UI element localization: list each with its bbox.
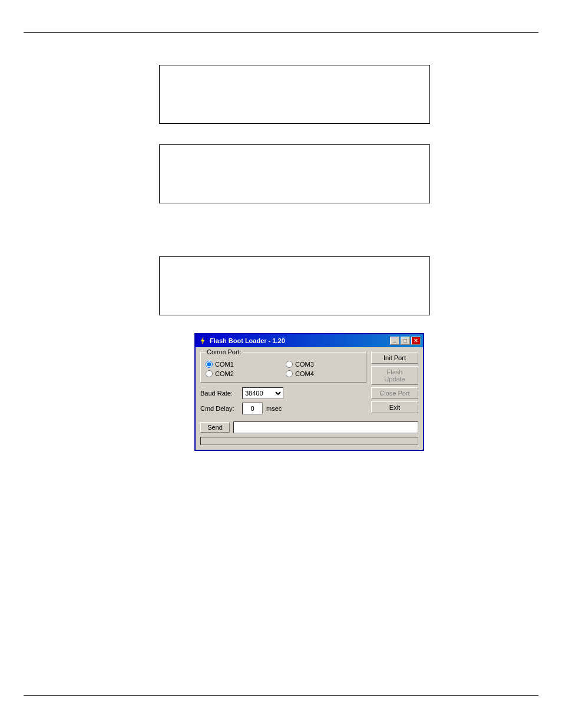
com4-option[interactable]: COM4	[286, 370, 361, 377]
comm-port-group: Comm Port: COM1 COM3 COM2	[200, 352, 366, 383]
close-port-button[interactable]: Close Port	[371, 387, 418, 399]
com2-option[interactable]: COM2	[206, 370, 281, 377]
baud-rate-select[interactable]: 9600 19200 38400 57600 115200	[242, 387, 283, 399]
cmd-delay-unit: msec	[266, 405, 282, 412]
cmd-delay-input[interactable]	[242, 403, 263, 414]
content-box-2	[159, 144, 430, 203]
com4-radio[interactable]	[286, 370, 293, 377]
send-input[interactable]	[233, 421, 418, 433]
com1-label: COM1	[215, 361, 234, 368]
dialog-app-icon	[198, 336, 207, 345]
com2-label: COM2	[215, 370, 234, 377]
minimize-button[interactable]: _	[390, 337, 399, 345]
page: Flash Boot Loader - 1.20 _ □ ✕ Comm Port…	[0, 0, 562, 728]
cmd-delay-row: Cmd Delay: msec	[200, 403, 366, 414]
send-row: Send	[200, 421, 418, 433]
com3-radio[interactable]	[286, 361, 293, 368]
content-box-1	[159, 65, 430, 124]
exit-button[interactable]: Exit	[371, 401, 418, 413]
top-divider	[24, 32, 538, 33]
action-buttons: Init Port FlashUpdate Close Port Exit	[371, 352, 418, 414]
com3-label: COM3	[295, 361, 314, 368]
flash-update-button[interactable]: FlashUpdate	[371, 366, 418, 385]
dialog-body: Comm Port: COM1 COM3 COM2	[196, 347, 423, 419]
titlebar-buttons: _ □ ✕	[390, 337, 421, 345]
bottom-divider	[24, 695, 538, 696]
com3-option[interactable]: COM3	[286, 361, 361, 368]
dialog-titlebar: Flash Boot Loader - 1.20 _ □ ✕	[196, 334, 423, 347]
titlebar-left: Flash Boot Loader - 1.20	[198, 336, 285, 345]
send-button[interactable]: Send	[200, 422, 230, 433]
com1-option[interactable]: COM1	[206, 361, 281, 368]
close-button[interactable]: ✕	[411, 337, 421, 345]
content-box-3	[159, 256, 430, 315]
comm-port-options: COM1 COM3 COM2 COM4	[206, 361, 361, 377]
com1-radio[interactable]	[206, 361, 213, 368]
progress-bar	[200, 437, 418, 445]
svg-marker-0	[201, 337, 204, 344]
dialog-controls: Comm Port: COM1 COM3 COM2	[200, 352, 366, 414]
baud-rate-label: Baud Rate:	[200, 390, 239, 397]
com4-label: COM4	[295, 370, 314, 377]
baud-rate-row: Baud Rate: 9600 19200 38400 57600 115200	[200, 387, 366, 399]
dialog-title: Flash Boot Loader - 1.20	[210, 337, 285, 344]
restore-button[interactable]: □	[401, 337, 410, 345]
init-port-button[interactable]: Init Port	[371, 352, 418, 364]
com2-radio[interactable]	[206, 370, 213, 377]
cmd-delay-label: Cmd Delay:	[200, 405, 239, 412]
dialog-bottom: Send	[196, 419, 423, 450]
comm-port-label: Comm Port:	[206, 348, 243, 355]
flash-boot-loader-dialog: Flash Boot Loader - 1.20 _ □ ✕ Comm Port…	[194, 333, 424, 451]
